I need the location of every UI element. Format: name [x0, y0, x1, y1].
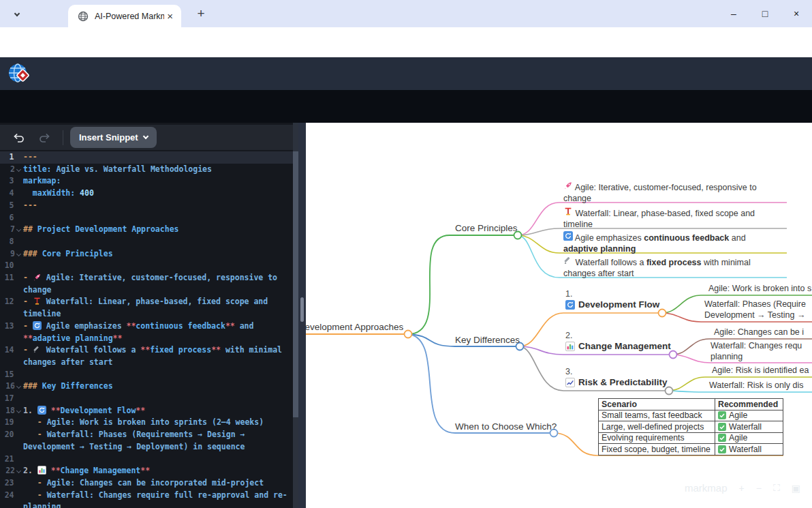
leaf-agile-sprints[interactable]: Agile: Work is broken into s [708, 284, 811, 295]
code-line[interactable]: 17 [0, 393, 293, 405]
item-number: 1. [565, 289, 572, 299]
code-text: ## Project Development Approaches [23, 224, 293, 236]
code-line[interactable]: 6 [0, 212, 293, 224]
code-line[interactable]: 3markmap: [0, 175, 293, 188]
line-number: 18 [0, 405, 23, 417]
window-maximize-button[interactable]: □ [749, 0, 781, 27]
line-number: 24 [0, 490, 23, 508]
when-to-choose-label[interactable]: When to Choose Which? [455, 421, 557, 432]
code-line[interactable]: 181. **Development Flow** [0, 405, 293, 417]
code-line[interactable]: 9### Core Principles [0, 248, 293, 260]
leaf-waterfall-linear[interactable]: Waterfall: Linear, phase-based, fixed sc… [563, 207, 755, 230]
line-number: 14 [0, 344, 23, 368]
code-line[interactable]: 10 [0, 260, 293, 272]
code-line[interactable]: 15 [0, 369, 293, 381]
code-line[interactable]: 20 - Waterfall: Phases (Requirements → D… [0, 429, 293, 453]
change-management-label[interactable]: Change Management [565, 341, 671, 351]
risk-node-circle [666, 387, 673, 395]
code-line[interactable]: 23 - Agile: Changes can be incorporated … [0, 477, 293, 490]
leaf-agile-feedback[interactable]: Agile emphasizes continuous feedback and… [563, 231, 746, 254]
recommended-cell: Agile [715, 410, 783, 421]
code-text: 2. **Change Management** [23, 465, 293, 477]
fold-chevron-icon[interactable] [16, 227, 21, 232]
table-row: Large, well-defined projectsWaterfall [599, 421, 783, 433]
fold-chevron-icon[interactable] [16, 468, 21, 473]
fit-view-icon[interactable]: ⛶ [773, 482, 780, 494]
window-close-button[interactable]: × [781, 0, 812, 27]
root-node-label[interactable]: Project Development Approaches [306, 322, 403, 332]
leaf-agile-changes[interactable]: Agile: Changes can be i [714, 327, 804, 338]
insert-snippet-button[interactable]: Insert Snippet [70, 127, 157, 148]
code-line[interactable]: 2title: Agile vs. Waterfall Methodologie… [0, 164, 293, 176]
devflow-node-circle [659, 310, 666, 317]
code-text: title: Agile vs. Waterfall Methodologies [23, 164, 293, 176]
code-text: 1. **Development Flow** [23, 405, 293, 417]
panel-resize-handle[interactable] [300, 297, 304, 322]
loop-icon [37, 406, 46, 415]
fold-chevron-icon[interactable] [16, 408, 21, 413]
development-flow-label[interactable]: Development Flow [565, 299, 659, 310]
code-line[interactable]: 7## Project Development Approaches [0, 224, 293, 236]
risk-predictability-label[interactable]: Risk & Predictability [565, 377, 668, 387]
redo-button[interactable] [37, 130, 52, 145]
markmap-logo-text[interactable]: markmap [685, 482, 728, 494]
core-principles-label[interactable]: Core Principles [455, 223, 518, 233]
zoom-out-icon[interactable]: − [756, 483, 762, 494]
app-logo-icon [7, 61, 31, 86]
code-text: - Waterfall: Linear, phase-based, fixed … [23, 296, 293, 320]
code-text: - Agile: Changes can be incorporated mid… [23, 477, 293, 490]
line-number: 21 [0, 453, 23, 466]
code-line[interactable]: 11- Agile: Iterative, customer-focused, … [0, 272, 293, 296]
leaf-waterfall-changes[interactable]: Waterfall: Changes requplanning [710, 341, 802, 362]
tab-close-icon[interactable]: × [164, 10, 176, 22]
leaf-agile-risk[interactable]: Agile: Risk is identified ea [712, 365, 809, 376]
fold-chevron-icon[interactable] [16, 167, 21, 172]
code-text: maxWidth: 400 [23, 188, 293, 200]
fold-chevron-icon[interactable] [16, 252, 21, 256]
code-line[interactable]: 16### Key Differences [0, 380, 293, 393]
root-node-circle [405, 331, 412, 338]
code-line[interactable]: 24 - Waterfall: Changes require full re-… [0, 490, 293, 508]
linechart-icon [565, 378, 575, 387]
code-text: --- [23, 151, 293, 164]
recurse-icon[interactable]: ▣ [792, 483, 800, 494]
fold-chevron-icon[interactable] [16, 384, 21, 389]
recommended-cell: Agile [715, 432, 783, 444]
code-line[interactable]: 12- Waterfall: Linear, phase-based, fixe… [0, 296, 293, 320]
line-number: 12 [0, 296, 23, 320]
leaf-waterfall-fixed[interactable]: Waterfall follows a fixed process with m… [563, 256, 751, 279]
code-line[interactable]: 14- Waterfall follows a **fixed process*… [0, 344, 293, 368]
editor-lines[interactable]: 1---2title: Agile vs. Waterfall Methodol… [0, 151, 293, 508]
mindmap-canvas[interactable]: Project Development Approaches Core Prin… [306, 123, 812, 508]
code-line[interactable]: 13- Agile emphasizes **continuous feedba… [0, 320, 293, 344]
tab-search-button[interactable] [8, 6, 26, 23]
code-text: - Agile: Iterative, customer-focused, re… [23, 272, 293, 296]
code-line[interactable]: 222. **Change Management** [0, 465, 293, 477]
barchart-icon [37, 466, 46, 475]
code-text: - Agile emphasizes **continuous feedback… [23, 320, 293, 344]
line-number: 16 [0, 380, 23, 393]
line-number: 7 [0, 224, 23, 236]
leaf-waterfall-risk[interactable]: Waterfall: Risk is only dis [709, 380, 803, 391]
leaf-agile-iterative[interactable]: Agile: Iterative, customer-focused, resp… [563, 181, 757, 204]
scenario-table: Scenario Recommended Small teams, fast f… [598, 398, 783, 455]
undo-button[interactable] [11, 130, 26, 145]
line-number: 2 [0, 164, 23, 176]
code-line[interactable]: 8 [0, 236, 293, 248]
browser-tab[interactable]: AI-Powered Markmap Studio × [68, 5, 181, 27]
new-tab-button[interactable]: + [193, 7, 208, 22]
code-line[interactable]: 4 maxWidth: 400 [0, 188, 293, 200]
code-line[interactable]: 5--- [0, 200, 293, 212]
zoom-in-icon[interactable]: + [739, 483, 745, 494]
window-minimize-button[interactable]: – [718, 0, 749, 27]
column-header: Recommended [715, 399, 783, 410]
code-line[interactable]: 21 [0, 453, 293, 466]
editor-scrollbar-thumb[interactable] [293, 151, 298, 417]
code-line[interactable]: 1--- [0, 151, 293, 164]
editor-toolbar: Insert Snippet [0, 125, 293, 150]
code-line[interactable]: 19 - Agile: Work is broken into sprints … [0, 417, 293, 429]
key-differences-label[interactable]: Key Differences [455, 335, 520, 345]
leaf-waterfall-phases[interactable]: Waterfall: Phases (RequireDevelopment → … [704, 299, 806, 320]
line-number: 6 [0, 212, 23, 224]
code-text: - Waterfall follows a **fixed process** … [23, 344, 293, 368]
